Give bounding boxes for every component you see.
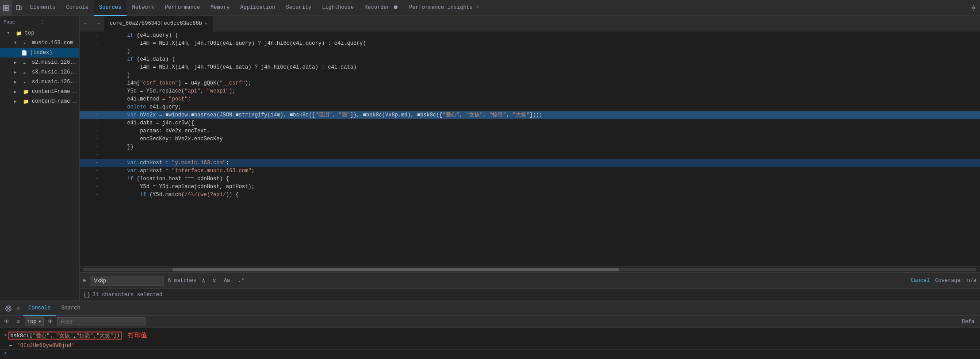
folder-icon-c1: 📁 [23,89,30,95]
sidebar-item-top[interactable]: ▼ 📁 top [0,28,79,38]
code-panel: ← → core_60a27896343fec6cc63ac86b ✕ - if… [80,16,980,301]
tab-security[interactable]: Security [281,0,317,16]
sidebar-item-label-c2: contentFrame (song) [32,98,79,104]
tab-console[interactable]: Console [61,0,94,16]
expand-icon-music: ▼ [14,41,21,45]
code-file-tab[interactable]: core_60a27896343fec6cc63ac86b ✕ [104,16,213,31]
sidebar-item-music163[interactable]: ▼ ☁ music.163.com [0,38,79,48]
svg-rect-3 [7,8,9,11]
no-block-icon[interactable]: ⊘ [13,317,23,327]
code-area[interactable]: - if (e4i.query) { - i4m = NEJ.X(i4m, j4… [80,31,980,266]
code-line: - if (Y5d.match(/^\/(we)?api/)) { [80,191,980,199]
char-count-label: 31 characters selected [92,292,162,298]
code-lines: - if (e4i.query) { - i4m = NEJ.X(i4m, j4… [80,31,980,199]
case-sensitive-button[interactable]: Aa [222,276,232,285]
next-match-button[interactable]: ∨ [211,277,218,284]
cloud-icon-s4: ☁ [23,79,30,85]
code-line: - } [80,47,980,55]
sidebar-item-label-s4: s4.music.126.net [32,79,79,85]
svg-rect-0 [4,5,6,8]
tab-performance[interactable]: Performance [160,0,205,16]
folder-icon-c2: 📁 [23,99,30,104]
forward-icon[interactable]: → [92,16,104,31]
file-sidebar: Page ⋮ ▼ 📁 top ▼ ☁ music.163.com 📄 (inde… [0,16,80,301]
close-tab-icon[interactable]: ✕ [205,21,207,26]
code-line: - Y5d = Y5d.replace("api", "weapi"); [80,87,980,95]
console-cursor-line[interactable]: > [0,350,980,358]
horizontal-scrollbar[interactable] [80,266,980,272]
back-icon[interactable]: ← [80,16,92,31]
sidebar-item-label-s3: s3.music.126.net [32,69,79,75]
curly-icon: {} [83,291,91,298]
file-icon-index: 📄 [21,50,28,56]
scrollbar-track[interactable] [83,268,976,271]
sidebar-header: Page ⋮ [0,16,79,28]
settings-icon[interactable] [968,0,980,16]
default-label: Defa [962,319,978,325]
svg-rect-1 [7,5,9,8]
cloud-icon-s3: ☁ [23,69,30,75]
bottom-panel: ⊘ Console Search 👁 ⊘ top ▾ 👁 Defa > bsk8… [0,301,980,359]
create-live-expr-icon[interactable]: 👁 [2,317,11,327]
console-result-line: ← '0CoJUm6Qyw8W8jud' [0,341,980,350]
chevron-down-icon: ▾ [38,318,42,325]
sidebar-item-content1[interactable]: ▶ 📁 contentFrame (song) [0,87,79,97]
filter-input[interactable] [57,317,145,326]
tab-performance-insights[interactable]: Performance insights ⚡ [404,0,484,16]
code-line: - encSecKey: bVe2x.encSecKey [80,135,980,143]
print-label: 打印值 [128,332,147,339]
cancel-button[interactable]: Cancel [911,278,930,284]
tab-memory[interactable]: Memory [205,0,235,16]
console-call-line: > bsk8c(["爱心", "女孩","惊恐","大笑"]) 打印值 [0,330,980,341]
sidebar-item-label-index: (index) [30,50,52,56]
prev-match-button[interactable]: ∧ [200,277,207,284]
tab-elements[interactable]: Elements [25,0,61,16]
code-line: - }) [80,143,980,151]
context-selector[interactable]: top ▾ [25,317,44,326]
context-label: top [27,319,37,325]
cloud-icon-s2: ☁ [23,60,30,65]
device-icon[interactable] [12,0,25,16]
expand-icon: ▼ [7,31,14,35]
sidebar-item-index[interactable]: 📄 (index) [0,48,79,58]
sidebar-item-content2[interactable]: ▶ 📁 contentFrame (song) [0,97,79,106]
scrollbar-thumb[interactable] [172,268,619,271]
tab-network[interactable]: Network [126,0,159,16]
sidebar-item-s2music[interactable]: ▶ ☁ s2.music.126.net [0,58,79,67]
sidebar-item-s3music[interactable]: ▶ ☁ s3.music.126.net [0,67,79,77]
sidebar-item-label-top: top [25,30,34,36]
tab-search-bottom[interactable]: Search [56,301,85,316]
expand-icon-s4: ▶ [14,80,21,85]
page-label: Page [4,19,40,25]
cloud-icon-music163: ☁ [23,40,30,46]
main-tab-bar: Elements Console Sources Network Perform… [25,0,968,16]
tab-sources[interactable]: Sources [94,0,126,16]
inspect-icon[interactable] [0,0,12,16]
code-line: - delete e4i.query; [80,103,980,111]
block-icon[interactable]: ⊘ [13,304,23,313]
expand-icon-s2: ▶ [14,60,21,65]
svg-rect-4 [16,5,19,10]
match-count: 6 matches [168,278,196,284]
expand-icon-c2: ▶ [14,99,21,104]
more-icon[interactable]: ⋮ [40,19,76,25]
eye-icon[interactable]: 👁 [46,317,55,327]
tab-lighthouse[interactable]: Lighthouse [317,0,359,16]
tab-console-bottom[interactable]: Console [23,301,56,316]
code-line: - if (location.host === cdnHost) { [80,175,980,183]
devtools-tab-bar: Elements Console Sources Network Perform… [0,0,980,16]
clear-console-icon[interactable] [4,304,13,313]
code-line: - i4m = NEJ.X(i4m, j4n.fO6I(e4i.data) ? … [80,63,980,71]
code-line-blue: - var cdnHost = "y.music.163.com"; [80,159,980,167]
main-layout: Page ⋮ ▼ 📁 top ▼ ☁ music.163.com 📄 (inde… [0,16,980,301]
tab-recorder[interactable]: Recorder ⏺ [359,0,404,16]
cursor-icon: > [4,351,7,357]
search-format-icon: ⊞ [83,277,86,284]
console-prompt-icon: > [4,332,7,339]
search-bar: ⊞ 6 matches ∧ ∨ Aa .* Cancel Coverage: n… [80,272,980,288]
search-input[interactable] [90,276,164,286]
tab-application[interactable]: Application [235,0,280,16]
regex-button[interactable]: .* [236,276,246,285]
sidebar-item-s4music[interactable]: ▶ ☁ s4.music.126.net [0,77,79,87]
code-line: - var apiHost = "interface.music.163.com… [80,167,980,175]
